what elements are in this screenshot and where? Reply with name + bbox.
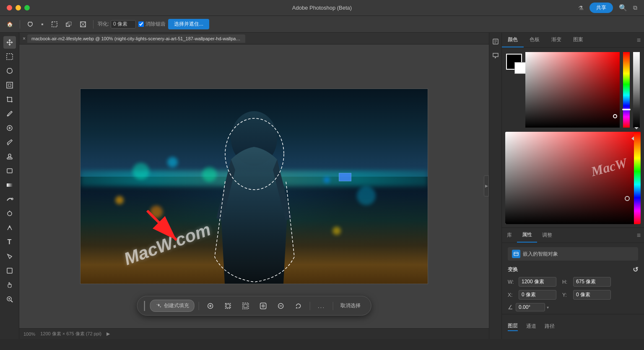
history-icon-btn[interactable] <box>490 36 501 47</box>
tab-close-btn[interactable]: × <box>23 36 26 42</box>
subtract-btn[interactable] <box>274 300 288 311</box>
tab-layers[interactable]: 图层 <box>508 322 518 331</box>
rect-select-btn[interactable]: ▪ <box>39 19 46 29</box>
height-value[interactable]: 675 像素 <box>573 277 611 287</box>
color-saturation-gradient[interactable] <box>525 52 620 128</box>
h-label: H: <box>562 279 571 285</box>
hand-tool[interactable] <box>3 279 16 291</box>
smart-obj-badge[interactable]: 嵌入的智能对象 <box>508 247 638 261</box>
object-select-tool[interactable] <box>3 79 16 91</box>
svg-rect-31 <box>244 304 247 308</box>
hue-strip[interactable] <box>623 52 630 128</box>
color-replace-btn[interactable] <box>291 300 306 311</box>
svg-line-20 <box>11 300 13 302</box>
y-value[interactable]: 0 像素 <box>573 290 611 300</box>
contract-sel-btn[interactable] <box>239 300 253 311</box>
doc-size: 1200 像素 × 675 像素 (72 ppi) <box>40 331 101 337</box>
frame-btn[interactable] <box>77 20 89 29</box>
svg-rect-29 <box>226 304 230 308</box>
color-tabs: 颜色 色板 渐变 图案 ≡ <box>502 33 644 48</box>
dodge-tool[interactable] <box>3 207 16 220</box>
labs-icon[interactable]: ⚗ <box>578 5 584 11</box>
gradient-tool[interactable] <box>3 179 16 191</box>
bokeh-4 <box>115 196 124 204</box>
border-select-btn[interactable] <box>49 20 60 29</box>
main-layout: T × macbook-air-m2-lifestyle.webp @ 100%… <box>0 33 644 339</box>
bg-swatch[interactable] <box>514 62 526 74</box>
tab-properties[interactable]: 属性 <box>517 228 537 243</box>
minimize-button[interactable] <box>16 5 21 10</box>
smart-obj-label: 嵌入的智能对象 <box>523 251 558 258</box>
y-label: Y: <box>562 292 571 298</box>
angle-dropdown-arrow[interactable]: ▾ <box>547 305 549 310</box>
crop-tool[interactable] <box>3 93 16 106</box>
tab-paths[interactable]: 路径 <box>545 323 555 331</box>
color-tab-gradient[interactable]: 渐变 <box>545 33 567 47</box>
feather-group: 羽化: <box>98 20 136 29</box>
x-value[interactable]: 0 像素 <box>519 290 556 300</box>
color-value-gradient[interactable] <box>525 52 620 128</box>
move-tool[interactable] <box>3 36 16 49</box>
close-button[interactable] <box>7 5 12 10</box>
tab-adjustments[interactable]: 调整 <box>537 228 557 242</box>
sel-divider-2 <box>310 302 310 310</box>
arrow-btn[interactable]: ▶ <box>106 331 110 337</box>
person-svg <box>204 89 304 284</box>
text-tool[interactable]: T <box>3 236 16 248</box>
panel-collapse-btn[interactable]: ▶ <box>484 175 489 196</box>
smooth-checkbox[interactable] <box>138 21 144 27</box>
brush-tool[interactable] <box>3 136 16 149</box>
arrange-icon[interactable]: ⧉ <box>633 4 637 11</box>
tab-library[interactable]: 库 <box>502 228 517 242</box>
heal-tool[interactable] <box>3 122 16 134</box>
rect-select-tool[interactable] <box>3 50 16 63</box>
pen-tool[interactable] <box>3 222 16 234</box>
feather-input[interactable] <box>111 20 136 29</box>
refine-edge-btn[interactable] <box>203 300 218 311</box>
canvas-content[interactable]: @keyframes marchingAnts { to { stroke-da… <box>19 44 489 328</box>
angle-value[interactable]: 0.00° <box>516 303 545 311</box>
width-value[interactable]: 1200 像素 <box>519 277 556 287</box>
lasso-tool[interactable] <box>3 65 16 77</box>
big-color-area[interactable]: MacW <box>505 132 641 224</box>
embed-icon <box>514 251 519 256</box>
path-select-tool[interactable] <box>3 250 16 263</box>
reset-transform-btn[interactable]: ↺ <box>633 266 638 274</box>
more-options-btn[interactable]: ... <box>314 301 329 311</box>
color-tab-patterns[interactable]: 图案 <box>567 33 589 47</box>
stamp-tool[interactable] <box>3 150 16 163</box>
transform-btn[interactable] <box>63 20 75 29</box>
mask-btn[interactable] <box>256 300 270 311</box>
smooth-label: 消除锯齿 <box>145 21 166 28</box>
color-cursor[interactable] <box>613 114 617 118</box>
toolbar-separator-1 <box>20 20 20 29</box>
active-tab[interactable]: macbook-air-m2-lifestyle.webp @ 100% (ni… <box>27 34 245 43</box>
expand-sel-btn[interactable] <box>221 300 235 311</box>
svg-rect-30 <box>243 303 249 309</box>
smudge-tool[interactable] <box>3 193 16 206</box>
hue-bar-right[interactable] <box>634 132 641 224</box>
lasso-toolbar-btn[interactable] <box>24 20 36 29</box>
home-button[interactable]: 🏠 <box>4 20 16 29</box>
props-menu-icon[interactable]: ≡ <box>637 232 641 239</box>
maximize-button[interactable] <box>24 5 30 10</box>
share-button[interactable]: 共享 <box>589 3 613 13</box>
zoom-tool[interactable] <box>3 293 16 306</box>
select-subject-button[interactable]: 选择并遮住... <box>168 19 209 29</box>
eraser-tool[interactable] <box>3 165 16 177</box>
smooth-group: 消除锯齿 <box>138 21 166 28</box>
color-tab-swatches[interactable]: 色板 <box>524 33 545 47</box>
color-tab-color[interactable]: 颜色 <box>502 33 524 47</box>
color-panel-menu-icon[interactable]: ≡ <box>637 37 641 44</box>
angle-field: 0.00° ▾ <box>516 303 549 311</box>
tab-channels[interactable]: 通道 <box>526 323 536 331</box>
generative-fill-button[interactable]: 创建式填充 <box>150 300 195 312</box>
color-gradient-box[interactable] <box>525 52 620 128</box>
comment-icon-btn[interactable] <box>490 50 501 61</box>
search-icon[interactable]: 🔍 <box>619 4 627 12</box>
cancel-selection-btn[interactable]: 取消选择 <box>337 300 364 311</box>
shape-tool[interactable] <box>3 264 16 277</box>
brightness-strip[interactable] <box>633 52 640 128</box>
fg-swatch[interactable] <box>506 54 522 70</box>
eyedropper-tool[interactable] <box>3 107 16 120</box>
